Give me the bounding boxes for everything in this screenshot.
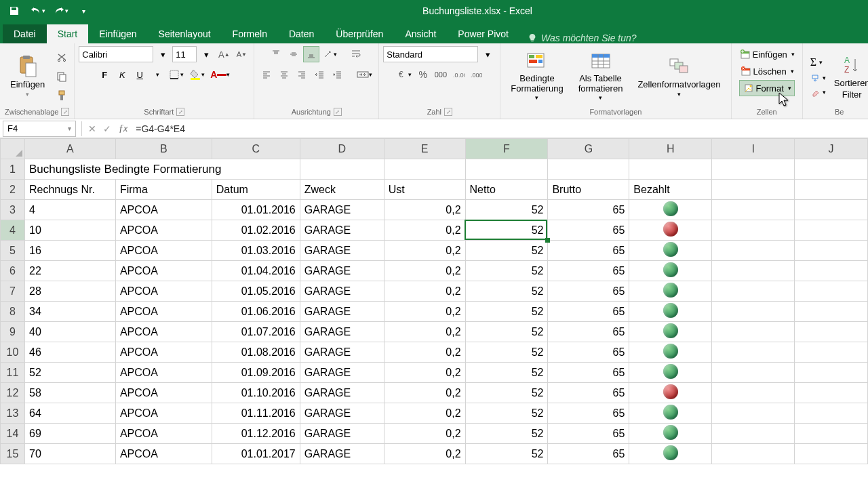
cell-I8[interactable]: [712, 302, 795, 322]
cell-C2[interactable]: Datum: [212, 180, 300, 200]
align-left-button[interactable]: [258, 66, 275, 83]
orientation-button[interactable]: ▾: [321, 46, 339, 62]
cell-H1[interactable]: [629, 159, 712, 180]
cell-D1[interactable]: [300, 159, 384, 180]
formula-input[interactable]: =G4-G4*E4: [132, 123, 868, 134]
cell-I15[interactable]: [712, 444, 795, 464]
decrease-decimal-button[interactable]: .00.0: [468, 66, 484, 83]
cell-C12[interactable]: 01.10.2016: [212, 383, 300, 403]
cell-I2[interactable]: [712, 180, 795, 200]
cell-J3[interactable]: [795, 200, 868, 220]
cell-G6[interactable]: 65: [548, 261, 629, 281]
cell-G10[interactable]: 65: [548, 342, 629, 363]
cell-J13[interactable]: [795, 403, 868, 424]
delete-cells-button[interactable]: Löschen▾: [736, 63, 797, 79]
borders-button[interactable]: ▾: [167, 66, 186, 83]
cell-F1[interactable]: [465, 159, 548, 180]
cell-A1[interactable]: Buchungsliste Bedingte Formatierung: [24, 159, 300, 180]
cell-B11[interactable]: APCOA: [115, 363, 212, 383]
cell-E1[interactable]: [384, 159, 465, 180]
row-header-14[interactable]: 14: [1, 424, 25, 444]
clear-button[interactable]: ▾: [807, 85, 829, 99]
cell-D3[interactable]: GARAGE: [300, 200, 384, 220]
column-header-G[interactable]: G: [548, 139, 629, 159]
row-header-10[interactable]: 10: [1, 342, 25, 363]
cell-J5[interactable]: [795, 241, 868, 261]
cell-H9[interactable]: [629, 322, 712, 342]
select-all-button[interactable]: [1, 139, 25, 159]
cell-I13[interactable]: [712, 403, 795, 424]
cell-E9[interactable]: 0,2: [384, 322, 465, 342]
row-header-15[interactable]: 15: [1, 444, 25, 464]
cell-A10[interactable]: 46: [24, 342, 115, 363]
underline-button[interactable]: U: [132, 66, 148, 83]
cell-C13[interactable]: 01.11.2016: [212, 403, 300, 424]
cell-H13[interactable]: [629, 403, 712, 424]
cell-D14[interactable]: GARAGE: [300, 424, 384, 444]
sort-filter-button[interactable]: AZ Sortieren Filter: [832, 49, 868, 104]
cell-C4[interactable]: 01.02.2016: [212, 220, 300, 241]
cell-J15[interactable]: [795, 444, 868, 464]
conditional-formatting-button[interactable]: Bedingte Formatierung▾: [505, 49, 569, 104]
cell-C5[interactable]: 01.03.2016: [212, 241, 300, 261]
column-header-A[interactable]: A: [24, 139, 115, 159]
align-top-button[interactable]: [268, 46, 284, 62]
cell-H15[interactable]: [629, 444, 712, 464]
merge-button[interactable]: ▾: [355, 66, 374, 83]
column-header-C[interactable]: C: [212, 139, 300, 159]
comma-button[interactable]: 000: [433, 66, 449, 83]
cell-E4[interactable]: 0,2: [384, 220, 465, 241]
cell-H10[interactable]: [629, 342, 712, 363]
cell-D2[interactable]: Zweck: [300, 180, 384, 200]
row-header-11[interactable]: 11: [1, 363, 25, 383]
row-header-4[interactable]: 4: [1, 220, 25, 241]
cell-I12[interactable]: [712, 383, 795, 403]
number-format-input[interactable]: [383, 46, 478, 62]
cell-A13[interactable]: 64: [24, 403, 115, 424]
cell-A8[interactable]: 34: [24, 302, 115, 322]
cell-G3[interactable]: 65: [548, 200, 629, 220]
row-header-1[interactable]: 1: [1, 159, 25, 180]
cell-J8[interactable]: [795, 302, 868, 322]
cell-F4[interactable]: 52: [465, 220, 548, 241]
percent-button[interactable]: %: [415, 66, 431, 83]
align-middle-button[interactable]: [285, 46, 302, 62]
cell-G1[interactable]: [548, 159, 629, 180]
column-header-D[interactable]: D: [300, 139, 384, 159]
cell-F7[interactable]: 52: [465, 281, 548, 302]
cell-F5[interactable]: 52: [465, 241, 548, 261]
row-header-8[interactable]: 8: [1, 302, 25, 322]
fill-button[interactable]: ▾: [807, 71, 829, 85]
cell-A3[interactable]: 4: [24, 200, 115, 220]
cell-E7[interactable]: 0,2: [384, 281, 465, 302]
cell-F3[interactable]: 52: [465, 200, 548, 220]
cell-G5[interactable]: 65: [548, 241, 629, 261]
cell-H5[interactable]: [629, 241, 712, 261]
cell-styles-button[interactable]: Zellenformatvorlagen▾: [631, 49, 726, 104]
cell-I5[interactable]: [712, 241, 795, 261]
cell-C8[interactable]: 01.06.2016: [212, 302, 300, 322]
decrease-font-button[interactable]: A▼: [233, 46, 250, 62]
cell-B5[interactable]: APCOA: [115, 241, 212, 261]
cell-H2[interactable]: Bezahlt: [629, 180, 712, 200]
row-header-6[interactable]: 6: [1, 261, 25, 281]
underline-dropdown[interactable]: ▾: [149, 66, 165, 83]
row-header-7[interactable]: 7: [1, 281, 25, 302]
format-painter-button[interactable]: [54, 87, 70, 104]
align-bottom-button[interactable]: [303, 46, 319, 62]
column-header-J[interactable]: J: [795, 139, 868, 159]
cell-E6[interactable]: 0,2: [384, 261, 465, 281]
cell-J9[interactable]: [795, 322, 868, 342]
row-header-13[interactable]: 13: [1, 403, 25, 424]
cell-H14[interactable]: [629, 424, 712, 444]
font-name-input[interactable]: [79, 46, 153, 62]
paste-button[interactable]: Einfügen ▾: [4, 49, 51, 104]
cell-I7[interactable]: [712, 281, 795, 302]
cell-H3[interactable]: [629, 200, 712, 220]
cell-C3[interactable]: 01.01.2016: [212, 200, 300, 220]
cell-C11[interactable]: 01.09.2016: [212, 363, 300, 383]
cell-I11[interactable]: [712, 363, 795, 383]
cell-F9[interactable]: 52: [465, 322, 548, 342]
cell-B3[interactable]: APCOA: [115, 200, 212, 220]
font-dialog-icon[interactable]: ⤢: [176, 108, 184, 116]
